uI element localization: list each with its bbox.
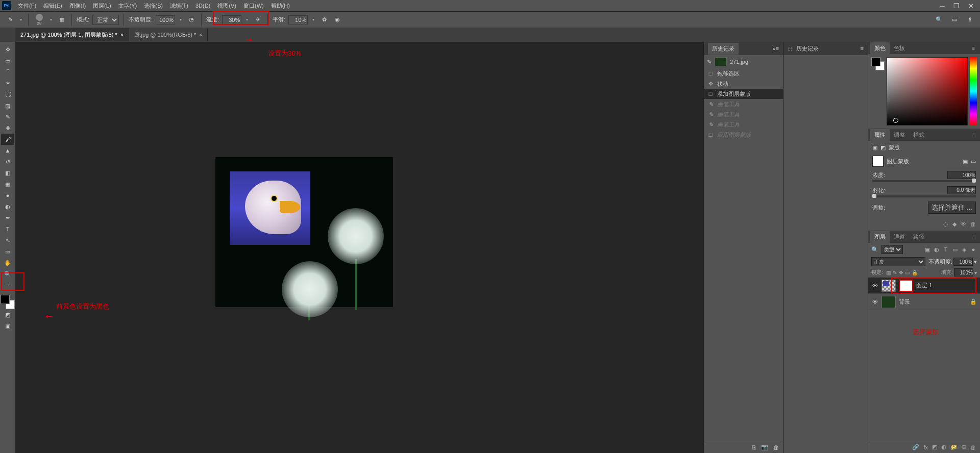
styles-tab[interactable]: 样式 <box>909 129 928 141</box>
layer-name-1[interactable]: 背景 <box>899 298 910 306</box>
fill-chevron[interactable]: ▾ <box>974 270 977 275</box>
hand-tool[interactable]: ✋ <box>1 257 14 268</box>
color-panel-menu-icon[interactable]: ≡ <box>969 45 978 51</box>
new-doc-from-state-icon[interactable]: ⎘ <box>752 444 756 450</box>
foreground-color[interactable] <box>1 295 10 304</box>
mode-select[interactable]: 正常 <box>92 15 119 25</box>
new-adjustment-icon[interactable]: ◐ <box>941 444 946 450</box>
canvas[interactable]: 前景色设置为黑色 ↙ <box>15 42 703 453</box>
doc-tab-1[interactable]: 鹰.jpg @ 100%(RGB/8) * × <box>129 28 208 41</box>
tool-preset-chevron[interactable]: ▾ <box>18 17 23 22</box>
color-picker[interactable] <box>887 57 968 125</box>
delete-state-icon[interactable]: 🗑 <box>773 444 779 450</box>
menu-select[interactable]: 选择(S) <box>140 2 166 10</box>
history-item-1[interactable]: ✥移动 <box>704 79 783 89</box>
search-icon[interactable]: 🔍 <box>871 246 878 253</box>
menu-window[interactable]: 窗口(W) <box>240 2 267 10</box>
properties-menu-icon[interactable]: ≡ <box>969 132 978 138</box>
opacity-input[interactable] <box>156 15 175 24</box>
zoom-tool[interactable]: 🔍 <box>1 268 14 280</box>
history-tab[interactable]: 历史记录 <box>708 43 739 55</box>
menu-layer[interactable]: 图层(L) <box>89 2 114 10</box>
lasso-tool[interactable]: ⌒ <box>1 66 14 78</box>
pixel-mask-btn-icon[interactable]: ▣ <box>963 158 968 165</box>
blend-mode-select[interactable]: 正常 <box>871 257 925 266</box>
menu-filter[interactable]: 滤镜(T) <box>166 2 192 10</box>
crop-tool[interactable]: ⛶ <box>1 89 14 100</box>
layer-visibility-0[interactable]: 👁 <box>871 283 878 289</box>
search-icon[interactable]: 🔍 <box>934 15 944 25</box>
filter-smart-icon[interactable]: ◈ <box>961 246 968 253</box>
history-item-4[interactable]: ✎画笔工具 <box>704 109 783 119</box>
gradient-tool[interactable]: ▦ <box>1 179 14 190</box>
brush-tool-icon[interactable]: ✎ <box>5 15 15 25</box>
color-fg-swatch[interactable] <box>871 57 880 66</box>
close-icon[interactable]: ✕ <box>964 2 978 10</box>
dodge-tool[interactable]: ◐ <box>1 201 14 212</box>
filter-shape-icon[interactable]: ▭ <box>951 246 959 253</box>
opacity-chevron[interactable]: ▾ <box>178 17 183 22</box>
pen-tool[interactable]: ✒ <box>1 212 14 223</box>
menu-edit[interactable]: 编辑(E) <box>40 2 66 10</box>
disable-mask-icon[interactable]: 👁 <box>961 221 966 228</box>
delete-mask-icon[interactable]: 🗑 <box>970 221 976 228</box>
edit-toolbar[interactable]: ⋯ <box>1 280 14 291</box>
layer-opacity-input[interactable] <box>953 258 973 266</box>
brush-preview[interactable]: 28 <box>33 14 45 26</box>
path-select-tool[interactable]: ↖ <box>1 235 14 246</box>
layer-row-0[interactable]: 👁 图层 1 <box>868 278 980 294</box>
hue-slider[interactable] <box>970 57 977 125</box>
fill-input[interactable] <box>954 268 973 276</box>
density-slider[interactable] <box>872 180 976 182</box>
menu-type[interactable]: 文字(Y) <box>115 2 141 10</box>
eyedropper-tool[interactable]: ✎ <box>1 111 14 122</box>
brush-preset-chevron[interactable]: ▾ <box>48 17 54 22</box>
history-doc-row[interactable]: ✎ 271.jpg <box>704 55 783 68</box>
layer-filter-kind[interactable]: 类型 <box>881 245 903 254</box>
smooth-options-icon[interactable]: ✿ <box>319 15 329 25</box>
brush-tool[interactable]: 🖌 <box>1 134 14 145</box>
menu-3d[interactable]: 3D(D) <box>192 3 214 9</box>
history-brush-tool[interactable]: ↺ <box>1 156 14 167</box>
lock-transparent-icon[interactable]: ▨ <box>886 270 891 275</box>
timeline-icon[interactable]: ↕↕ <box>788 45 793 52</box>
lock-all-icon[interactable]: 🔒 <box>912 270 918 275</box>
maximize-icon[interactable]: ❐ <box>949 2 964 10</box>
history-item-2[interactable]: □添加图层蒙版 <box>704 89 783 99</box>
share-icon[interactable]: ⇪ <box>965 15 975 25</box>
swatches-tab[interactable]: 色板 <box>890 42 909 54</box>
quick-select-tool[interactable]: ✶ <box>1 78 14 89</box>
history-brush-source-icon[interactable]: ✎ <box>707 59 712 65</box>
lock-paint-icon[interactable]: ✎ <box>893 270 897 275</box>
layers-menu-icon[interactable]: ≡ <box>969 234 978 240</box>
type-tool[interactable]: T <box>1 223 14 235</box>
smooth-chevron[interactable]: ▾ <box>311 17 316 22</box>
menu-image[interactable]: 图像(I) <box>66 2 89 10</box>
menu-file[interactable]: 文件(F) <box>14 2 40 10</box>
stamp-tool[interactable]: ▲ <box>1 145 14 156</box>
color-tab[interactable]: 颜色 <box>870 42 890 54</box>
layers-tab[interactable]: 图层 <box>870 231 890 243</box>
layer-thumb-0[interactable] <box>881 280 896 292</box>
filter-pixel-icon[interactable]: ▣ <box>924 246 931 253</box>
eraser-tool[interactable]: ◧ <box>1 167 14 179</box>
workspace-icon[interactable]: ▭ <box>949 15 960 25</box>
layer-fx-icon[interactable]: fx <box>923 444 928 450</box>
apply-mask-icon[interactable]: ◆ <box>952 221 957 228</box>
layer-mask-thumb-0[interactable] <box>899 280 913 292</box>
color-swatch[interactable] <box>1 295 15 309</box>
brush-panel-icon[interactable]: ▦ <box>57 15 67 25</box>
adjustments-tab[interactable]: 调整 <box>890 129 909 141</box>
history-item-5[interactable]: ✎画笔工具 <box>704 119 783 130</box>
move-tool[interactable]: ✥ <box>1 44 14 55</box>
menu-view[interactable]: 视图(V) <box>214 2 240 10</box>
history-item-3[interactable]: ✎画笔工具 <box>704 99 783 109</box>
channels-tab[interactable]: 通道 <box>890 231 909 243</box>
doc-tab-0[interactable]: 271.jpg @ 100% (图层 1, 图层蒙版/8) * × <box>15 28 129 41</box>
healing-tool[interactable]: ✚ <box>1 122 14 134</box>
flow-input[interactable] <box>222 15 241 24</box>
menu-help[interactable]: 帮助(H) <box>267 2 293 10</box>
layer-thumb-1[interactable] <box>881 296 896 308</box>
new-snapshot-icon[interactable]: 📷 <box>761 444 768 450</box>
marquee-tool[interactable]: ▭ <box>1 55 14 66</box>
